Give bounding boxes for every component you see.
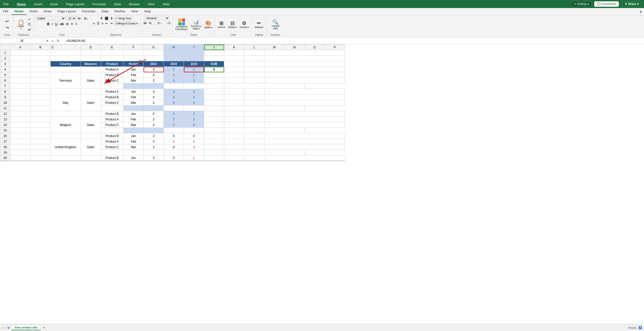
cell-h17[interactable]: 1 — [164, 139, 184, 144]
cell-a4[interactable] — [10, 67, 30, 72]
cell-k7[interactable] — [184, 83, 204, 89]
cell-a8[interactable] — [10, 89, 30, 94]
cell-e14[interactable]: Product C — [101, 122, 124, 128]
cell-k20[interactable] — [224, 155, 244, 161]
col-header-h[interactable]: H — [164, 45, 184, 50]
cell-f4[interactable]: Jan — [124, 67, 144, 72]
cell-i18[interactable]: -1 — [184, 144, 204, 150]
page-layout-tab[interactable]: Page Layout — [64, 2, 86, 7]
cell-m17[interactable] — [264, 139, 345, 144]
cell-j17[interactable] — [204, 139, 224, 144]
cell-e2[interactable] — [101, 56, 124, 61]
cell-f18[interactable]: Mar — [124, 144, 144, 150]
cell-m2[interactable] — [264, 56, 345, 61]
cell-l20[interactable] — [244, 155, 264, 161]
cell-a2[interactable] — [10, 56, 30, 61]
cell-g3[interactable]: 2021 — [144, 61, 164, 67]
cell-k9[interactable] — [224, 94, 244, 100]
cell-i19[interactable] — [144, 150, 164, 155]
cell-h5[interactable]: 3 — [164, 72, 184, 78]
ribbon-tab-review[interactable]: Review — [111, 8, 128, 15]
cell-j1[interactable] — [204, 50, 224, 56]
cell-f10[interactable]: Mar — [124, 100, 144, 106]
cell-i2[interactable] — [184, 56, 204, 61]
underline-button[interactable]: U — [54, 21, 58, 26]
percent-button[interactable]: % — [148, 21, 152, 25]
cell-f16[interactable]: Jan — [124, 133, 144, 139]
cell-m11[interactable] — [224, 106, 305, 111]
cell-j13[interactable] — [204, 117, 224, 122]
cell-h10[interactable]: 4 — [164, 100, 184, 106]
sheet-scroll-area[interactable]: D A B C D E F G H I J K L M — [0, 44, 644, 324]
cell-a7[interactable] — [10, 83, 30, 89]
cell-j5[interactable] — [204, 72, 224, 78]
cell-j8[interactable] — [204, 89, 224, 94]
cell-h20[interactable]: 0 — [164, 155, 184, 161]
cell-k8[interactable] — [224, 89, 244, 94]
ribbon-tab-draw[interactable]: Draw — [41, 8, 54, 15]
cell-h2[interactable] — [164, 56, 184, 61]
cell-f1[interactable] — [124, 50, 144, 56]
cell-d5[interactable]: Sales — [81, 72, 101, 89]
cut-button[interactable]: ✂ — [27, 17, 32, 22]
cell-a14[interactable] — [10, 122, 30, 128]
align-left-button[interactable]: ≡ — [92, 21, 96, 26]
decrease-font-button[interactable]: A↓ — [83, 16, 89, 21]
cell-h14[interactable]: 2 — [164, 122, 184, 128]
cell-g18[interactable]: 2 — [144, 144, 164, 150]
cell-l14[interactable] — [244, 122, 264, 128]
cell-g20[interactable]: 3 — [144, 155, 164, 161]
align-right-button[interactable]: ≡ — [101, 21, 104, 26]
ribbon-tab-home[interactable]: Home — [11, 8, 26, 15]
cell-e1[interactable] — [101, 50, 124, 56]
ribbon-tab-pagelayout[interactable]: Page Layout — [54, 8, 79, 15]
cell-e16[interactable]: Product B — [101, 133, 124, 139]
cell-b15[interactable] — [30, 128, 51, 133]
cell-g1[interactable] — [144, 50, 164, 56]
cell-a10[interactable] — [10, 100, 30, 106]
cell-g15[interactable] — [101, 128, 124, 133]
cell-g11[interactable] — [101, 106, 124, 111]
font-size-select[interactable]: 12 — [66, 16, 76, 21]
cell-d1[interactable] — [81, 50, 101, 56]
ribbon-tab-help[interactable]: Help — [141, 8, 154, 15]
cell-i5[interactable]: 2 — [184, 72, 204, 78]
cell-d12[interactable] — [81, 111, 101, 117]
cell-a6[interactable] — [10, 78, 30, 83]
font-color-button[interactable]: A — [74, 22, 78, 26]
cell-k15[interactable] — [184, 128, 204, 133]
ribbon-tab-formulas[interactable]: Formulas — [79, 8, 98, 15]
draw-tab[interactable]: Draw — [49, 2, 59, 7]
editing-button[interactable]: ✏ Editing ▾ — [571, 1, 591, 7]
cell-d2[interactable] — [81, 56, 101, 61]
add-sheet-button[interactable]: + — [42, 325, 46, 330]
cell-m1[interactable] — [264, 50, 345, 56]
cell-e5[interactable]: Product B — [101, 72, 124, 78]
file-tab[interactable]: File — [2, 2, 10, 7]
cell-a16[interactable] — [10, 133, 30, 139]
cell-g12[interactable]: 4 — [144, 111, 164, 117]
cell-i16[interactable]: 0 — [184, 133, 204, 139]
cell-l6[interactable] — [244, 78, 264, 83]
cell-l13[interactable] — [244, 117, 264, 122]
cell-a11[interactable] — [10, 106, 30, 111]
cell-g16[interactable]: 3 — [144, 133, 164, 139]
cell-f12[interactable]: Jan — [124, 111, 144, 117]
cell-c1[interactable] — [51, 50, 81, 56]
cell-f6[interactable]: Mar — [124, 78, 144, 83]
cell-l8[interactable] — [244, 89, 264, 94]
col-header-n[interactable]: N — [285, 45, 305, 50]
cell-b7[interactable] — [30, 83, 51, 89]
cell-l17[interactable] — [244, 139, 264, 144]
cell-i20[interactable]: 1 — [184, 155, 204, 161]
cell-l11[interactable] — [204, 106, 224, 111]
cell-d13[interactable]: Sales — [81, 117, 101, 133]
cell-h3[interactable]: 2020 — [164, 61, 184, 67]
undo-button[interactable]: ↩ — [5, 18, 10, 24]
cell-e4[interactable]: Product A — [101, 67, 124, 72]
cell-f3[interactable]: Period — [124, 61, 144, 67]
cell-b11[interactable] — [30, 106, 51, 111]
wrap-text-button[interactable]: ↵ Wrap Text — [114, 16, 132, 21]
cell-i17[interactable]: 1 — [184, 139, 204, 144]
cell-j3[interactable]: SUM — [204, 61, 224, 67]
